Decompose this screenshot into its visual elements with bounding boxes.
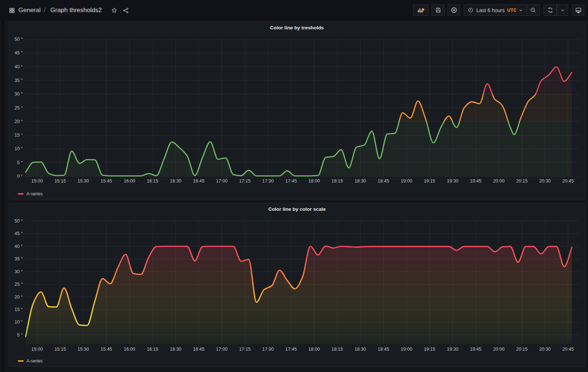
- svg-text:17:45: 17:45: [285, 178, 297, 184]
- svg-text:20:45: 20:45: [562, 347, 574, 352]
- svg-text:17:45: 17:45: [285, 347, 297, 352]
- svg-text:40 °: 40 °: [15, 244, 23, 249]
- svg-text:50 °: 50 °: [15, 37, 23, 42]
- svg-text:35 °: 35 °: [15, 78, 23, 83]
- svg-text:20 °: 20 °: [15, 119, 23, 124]
- svg-text:19:30: 19:30: [447, 178, 458, 184]
- svg-text:18:00: 18:00: [308, 347, 320, 352]
- svg-text:20:00: 20:00: [493, 178, 505, 184]
- svg-text:18:00: 18:00: [308, 178, 320, 184]
- svg-text:19:30: 19:30: [447, 347, 458, 352]
- svg-text:10 °: 10 °: [15, 146, 23, 151]
- svg-text:25 °: 25 °: [15, 105, 23, 111]
- svg-text:15:00: 15:00: [31, 178, 43, 184]
- svg-text:19:00: 19:00: [401, 178, 412, 184]
- svg-text:17:15: 17:15: [239, 178, 251, 184]
- svg-text:0 °: 0 °: [17, 174, 23, 179]
- svg-text:5 °: 5 °: [17, 160, 23, 165]
- svg-text:30 °: 30 °: [15, 91, 23, 97]
- svg-text:15 °: 15 °: [15, 307, 23, 312]
- svg-text:18:15: 18:15: [331, 178, 343, 184]
- svg-text:16:15: 16:15: [147, 178, 158, 184]
- svg-text:20:30: 20:30: [539, 347, 551, 352]
- svg-text:17:15: 17:15: [239, 347, 251, 352]
- svg-text:15:45: 15:45: [101, 178, 112, 184]
- svg-text:30 °: 30 °: [15, 269, 23, 274]
- svg-text:19:15: 19:15: [424, 178, 435, 184]
- svg-text:20:15: 20:15: [516, 178, 527, 184]
- svg-text:18:30: 18:30: [355, 347, 366, 352]
- svg-text:17:00: 17:00: [216, 178, 227, 184]
- svg-text:5 °: 5 °: [17, 332, 23, 337]
- svg-text:18:15: 18:15: [331, 347, 343, 352]
- svg-text:45 °: 45 °: [15, 231, 23, 236]
- svg-text:17:30: 17:30: [262, 347, 273, 352]
- svg-text:18:30: 18:30: [355, 178, 366, 184]
- svg-text:25 °: 25 °: [15, 282, 23, 287]
- svg-text:16:45: 16:45: [193, 178, 204, 184]
- svg-text:15:45: 15:45: [101, 347, 112, 352]
- svg-text:17:30: 17:30: [262, 178, 273, 184]
- svg-text:15 °: 15 °: [15, 133, 23, 138]
- svg-text:16:30: 16:30: [170, 347, 181, 352]
- svg-text:20:15: 20:15: [516, 347, 527, 352]
- svg-text:16:15: 16:15: [147, 347, 158, 352]
- svg-text:20 °: 20 °: [15, 295, 23, 300]
- svg-text:35 °: 35 °: [15, 256, 23, 261]
- svg-text:16:00: 16:00: [124, 347, 135, 352]
- svg-text:16:45: 16:45: [193, 347, 204, 352]
- svg-text:19:15: 19:15: [424, 347, 435, 352]
- svg-text:16:30: 16:30: [170, 178, 181, 184]
- svg-text:15:15: 15:15: [54, 347, 66, 352]
- svg-text:17:00: 17:00: [216, 347, 227, 352]
- svg-text:15:15: 15:15: [54, 178, 66, 184]
- svg-text:15:30: 15:30: [78, 347, 89, 352]
- svg-text:20:30: 20:30: [539, 178, 551, 184]
- svg-text:15:00: 15:00: [31, 347, 43, 352]
- svg-text:45 °: 45 °: [15, 50, 23, 55]
- svg-text:50 °: 50 °: [15, 218, 23, 224]
- svg-text:15:30: 15:30: [78, 178, 89, 184]
- svg-text:18:45: 18:45: [378, 347, 389, 352]
- svg-text:20:00: 20:00: [493, 347, 505, 352]
- svg-text:10 °: 10 °: [15, 319, 23, 325]
- svg-text:19:00: 19:00: [401, 347, 412, 352]
- svg-text:18:45: 18:45: [378, 178, 389, 184]
- svg-text:19:45: 19:45: [470, 347, 481, 352]
- svg-text:19:45: 19:45: [470, 178, 481, 184]
- svg-text:20:45: 20:45: [562, 178, 574, 184]
- svg-text:40 °: 40 °: [15, 64, 23, 69]
- svg-text:16:00: 16:00: [124, 178, 135, 184]
